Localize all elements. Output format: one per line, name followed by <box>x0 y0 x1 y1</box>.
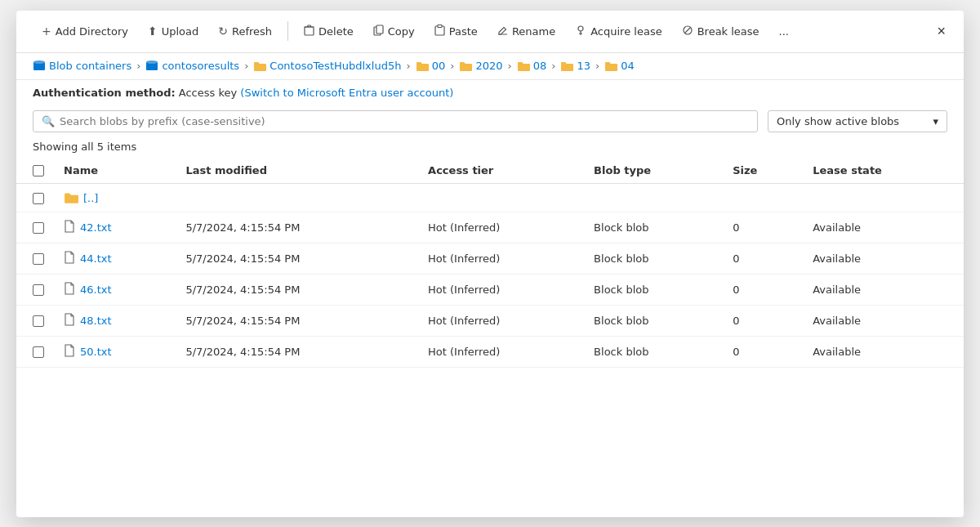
plus-icon: + <box>42 25 51 38</box>
folder-icon-5 <box>560 60 573 72</box>
refresh-button[interactable]: ↻ Refresh <box>209 19 281 43</box>
last-modified-header: Last modified <box>176 158 418 184</box>
folder-icon-1 <box>253 60 266 72</box>
access-tier-cell <box>418 184 584 212</box>
acquire-lease-label: Acquire lease <box>590 25 662 38</box>
delete-icon <box>304 25 314 38</box>
row-name-cell: 42.txt <box>54 212 176 243</box>
auth-label: Authentication method: <box>33 87 176 99</box>
filter-dropdown[interactable]: Only show active blobs ▾ <box>768 110 947 132</box>
breadcrumb-sep-1: › <box>136 60 140 72</box>
breadcrumb-contosoresults[interactable]: contosoresults <box>145 60 239 73</box>
row-checkbox[interactable] <box>33 193 44 204</box>
row-name-cell: 46.txt <box>54 275 176 306</box>
last-modified-cell: 5/7/2024, 4:15:54 PM <box>176 337 418 368</box>
breadcrumb-08[interactable]: 08 <box>517 60 547 72</box>
folder-name-link[interactable]: [..] <box>83 192 98 204</box>
storage-explorer-dialog: × + Add Directory ⬆ Upload ↻ Refresh Del… <box>16 11 964 517</box>
upload-button[interactable]: ⬆ Upload <box>139 19 207 43</box>
breadcrumb-sep-4: › <box>450 60 454 72</box>
svg-point-10 <box>33 60 45 64</box>
select-all-checkbox[interactable] <box>33 165 44 176</box>
break-lease-label: Break lease <box>697 25 760 38</box>
breadcrumb-sep-2: › <box>244 60 248 72</box>
breadcrumb-sep-5: › <box>507 60 511 72</box>
blob-type-cell: Block blob <box>584 243 723 275</box>
table-row: 46.txt5/7/2024, 4:15:54 PMHot (Inferred)… <box>16 275 964 306</box>
rename-button[interactable]: Rename <box>488 19 564 44</box>
delete-button[interactable]: Delete <box>295 19 363 44</box>
copy-label: Copy <box>388 25 415 38</box>
size-cell: 0 <box>723 275 803 306</box>
row-checkbox[interactable] <box>33 315 44 327</box>
file-name-link[interactable]: 50.txt <box>80 346 112 358</box>
toolbar: + Add Directory ⬆ Upload ↻ Refresh Delet… <box>16 11 964 53</box>
breadcrumb-sep-6: › <box>551 60 555 72</box>
breadcrumb-13[interactable]: 13 <box>560 60 590 72</box>
access-tier-cell: Hot (Inferred) <box>418 337 584 368</box>
search-input[interactable] <box>60 115 749 127</box>
row-name-cell: [..] <box>54 184 176 212</box>
break-lease-button[interactable]: Break lease <box>673 19 768 44</box>
breadcrumb-blob-containers[interactable]: Blob containers <box>33 60 131 73</box>
lease-state-cell: Available <box>803 243 964 275</box>
folder-row-icon <box>64 191 78 204</box>
add-directory-button[interactable]: + Add Directory <box>33 19 137 43</box>
size-cell: 0 <box>723 337 803 368</box>
row-checkbox-cell <box>16 337 54 368</box>
folder-icon-2 <box>416 60 429 72</box>
last-modified-cell: 5/7/2024, 4:15:54 PM <box>176 243 418 275</box>
file-name-link[interactable]: 46.txt <box>80 284 112 296</box>
svg-line-8 <box>685 28 690 33</box>
acquire-lease-button[interactable]: Acquire lease <box>566 19 670 44</box>
close-button[interactable]: × <box>932 20 951 42</box>
lease-state-cell: Available <box>803 212 964 243</box>
copy-button[interactable]: Copy <box>364 19 424 44</box>
row-name-cell: 48.txt <box>54 306 176 337</box>
size-cell <box>723 184 803 212</box>
last-modified-cell: 5/7/2024, 4:15:54 PM <box>176 275 418 306</box>
file-name-link[interactable]: 42.txt <box>80 221 112 234</box>
breadcrumb-2020[interactable]: 2020 <box>459 60 502 72</box>
table-row: [..] <box>16 184 964 212</box>
toolbar-separator-1 <box>287 21 288 41</box>
row-checkbox[interactable] <box>33 346 44 358</box>
blob-type-cell: Block blob <box>584 212 723 243</box>
row-checkbox-cell <box>16 306 54 337</box>
breadcrumb-contosotesthub[interactable]: ContosoTestHubdlxlud5h <box>253 60 401 72</box>
table-row: 48.txt5/7/2024, 4:15:54 PMHot (Inferred)… <box>16 306 964 337</box>
file-name-link[interactable]: 48.txt <box>80 315 112 327</box>
auth-switch-link[interactable]: (Switch to Microsoft Entra user account) <box>240 87 453 99</box>
filter-label: Only show active blobs <box>777 115 899 127</box>
more-button[interactable]: ... <box>770 20 798 43</box>
lease-state-cell <box>803 184 964 212</box>
row-name-cell: 44.txt <box>54 243 176 275</box>
chevron-down-icon: ▾ <box>933 115 938 127</box>
row-checkbox[interactable] <box>33 222 44 234</box>
row-checkbox[interactable] <box>33 284 44 296</box>
table-row: 42.txt5/7/2024, 4:15:54 PMHot (Inferred)… <box>16 212 964 243</box>
acquire-lease-icon <box>575 25 586 38</box>
rename-icon <box>497 25 508 38</box>
breadcrumb-00[interactable]: 00 <box>416 60 446 72</box>
paste-label: Paste <box>449 25 478 38</box>
row-checkbox-cell <box>16 212 54 243</box>
paste-icon <box>434 25 445 38</box>
svg-point-7 <box>578 26 583 31</box>
refresh-icon: ↻ <box>218 25 228 38</box>
paste-button[interactable]: Paste <box>425 19 487 44</box>
size-cell: 0 <box>723 243 803 275</box>
row-checkbox[interactable] <box>33 253 44 265</box>
last-modified-cell: 5/7/2024, 4:15:54 PM <box>176 306 418 337</box>
size-cell: 0 <box>723 306 803 337</box>
blob-table: Name Last modified Access tier Blob type… <box>16 158 964 368</box>
breadcrumb-04[interactable]: 04 <box>604 60 635 72</box>
delete-label: Delete <box>318 25 354 38</box>
name-header: Name <box>54 158 176 184</box>
file-row-icon <box>64 251 75 266</box>
auth-bar: Authentication method: Access key (Switc… <box>16 80 964 105</box>
row-checkbox-cell <box>16 243 54 275</box>
table-row: 50.txt5/7/2024, 4:15:54 PMHot (Inferred)… <box>16 337 964 368</box>
row-checkbox-cell <box>16 184 54 212</box>
file-name-link[interactable]: 44.txt <box>80 252 112 265</box>
